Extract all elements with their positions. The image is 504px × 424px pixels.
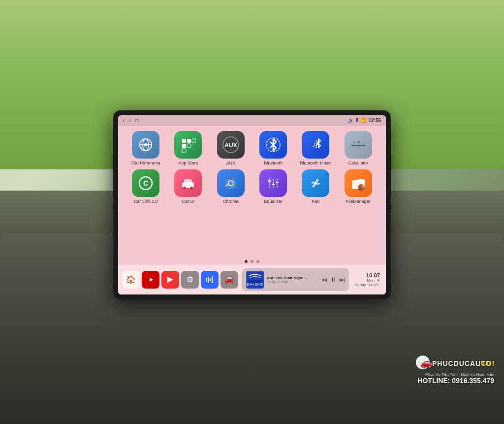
nav-controls: ‹ ○ □ bbox=[123, 118, 138, 123]
svg-marker-42 bbox=[167, 277, 173, 283]
svg-rect-21 bbox=[184, 179, 192, 184]
prev-button[interactable]: ⏮ bbox=[321, 276, 327, 283]
screen: ‹ ○ □ 🔊 8 📶 12:56 bbox=[118, 115, 386, 294]
svg-point-36 bbox=[314, 182, 317, 185]
status-bar: ‹ ○ □ 🔊 8 📶 12:56 bbox=[118, 115, 386, 126]
app-icon-img-filemanager: 🎤 bbox=[345, 169, 372, 197]
song-title: Anh Trai Vượt Ngàn... bbox=[267, 276, 318, 280]
app-carui[interactable]: Car UI bbox=[168, 169, 208, 204]
svg-rect-46 bbox=[212, 276, 213, 283]
pause-button[interactable]: ⏸ bbox=[330, 276, 336, 283]
svg-text:− ÷: − ÷ bbox=[352, 146, 360, 152]
svg-point-26 bbox=[229, 181, 233, 185]
weather-info: Mon ☀ bbox=[367, 278, 380, 283]
app-icon-img-carui bbox=[174, 169, 202, 197]
svg-rect-45 bbox=[210, 278, 211, 281]
app-label-calculator: Calculator bbox=[348, 161, 369, 166]
svg-text:.COM: .COM bbox=[478, 359, 494, 367]
watermark-hotline: HOTLINE: 0916.355.479 bbox=[415, 377, 494, 385]
app-label-360: 360 Panorama bbox=[131, 161, 160, 166]
svg-rect-35 bbox=[276, 182, 279, 183]
svg-rect-43 bbox=[206, 278, 207, 282]
app-icon-img-360 bbox=[132, 131, 159, 159]
app-calculator[interactable]: + × − ÷ Calculator bbox=[339, 131, 378, 166]
app-appstore[interactable]: App Store bbox=[168, 131, 208, 166]
watermark: 🚗 PHUCDUCAUTO .COM Phục Vụ Tận Tâm · Dịc… bbox=[415, 355, 494, 385]
player-controls: ⏮ ⏸ ⏭ bbox=[321, 276, 345, 283]
app-label-appstore: App Store bbox=[178, 161, 198, 166]
song-info: Anh Trai Vượt Ngàn... YEAH SHOW bbox=[267, 276, 318, 284]
weather-condition: Sunny bbox=[355, 283, 366, 287]
svg-rect-34 bbox=[272, 184, 275, 185]
app-grid: 360 Panorama App Store bbox=[118, 126, 386, 258]
app-icon-img-appstore bbox=[174, 131, 202, 159]
app-icon-img-bluetooth bbox=[259, 131, 287, 159]
svg-rect-9 bbox=[187, 144, 191, 148]
page-dot-3[interactable] bbox=[256, 260, 259, 263]
app-equalizer[interactable]: Equalizer bbox=[253, 169, 293, 204]
app-label-filemanager: FileManager bbox=[346, 199, 371, 204]
music-player: YEAH SHOW Anh Trai Vượt Ngàn... YEAH SHO… bbox=[242, 268, 349, 291]
screen-bezel: ‹ ○ □ 🔊 8 📶 12:56 bbox=[114, 111, 390, 298]
svg-text:🚗: 🚗 bbox=[420, 357, 433, 368]
taskbar: 🏠 ⚙ 🚘 bbox=[118, 265, 386, 294]
play-button[interactable] bbox=[161, 271, 179, 289]
svg-rect-10 bbox=[182, 149, 186, 153]
svg-point-23 bbox=[190, 187, 193, 190]
weather-temp: Sunny 31.0°C bbox=[355, 283, 380, 287]
app-bluetooth[interactable]: Bluetooth bbox=[253, 131, 293, 166]
youtube-button[interactable] bbox=[142, 271, 159, 289]
wifi-icon: 📶 bbox=[360, 118, 366, 123]
watermark-subtitle: Phục Vụ Tận Tâm · Dịch Vụ Hoàn Hảo bbox=[415, 372, 494, 377]
time-display: 12:56 bbox=[368, 118, 381, 123]
app-icon-img-chrome bbox=[217, 169, 245, 197]
app-icon-img-equalizer bbox=[259, 169, 287, 197]
next-button[interactable]: ⏭ bbox=[339, 276, 345, 283]
svg-rect-7 bbox=[192, 139, 196, 143]
status-indicators: 🔊 8 📶 12:56 bbox=[348, 118, 381, 123]
settings-button[interactable]: ⚙ bbox=[181, 271, 199, 289]
weather-time: 10-07 bbox=[366, 272, 380, 278]
page-dots bbox=[118, 258, 386, 265]
svg-point-4 bbox=[144, 143, 147, 146]
svg-point-22 bbox=[183, 187, 186, 190]
app-label-bluetooth: Bluetooth bbox=[264, 161, 283, 166]
app-360panorama[interactable]: 360 Panorama bbox=[126, 131, 165, 166]
volume-icon: 🔊 bbox=[348, 118, 354, 123]
page-dot-2[interactable] bbox=[251, 260, 253, 263]
car-mode-button[interactable]: 🚘 bbox=[220, 271, 238, 289]
app-label-carlink: Car Link 2.0 bbox=[134, 199, 158, 204]
svg-rect-5 bbox=[182, 139, 186, 143]
app-label-fan: Fan bbox=[312, 199, 320, 204]
app-label-equalizer: Equalizer bbox=[264, 199, 283, 204]
album-art: YEAH SHOW bbox=[246, 271, 264, 289]
app-label-aux: AUX bbox=[226, 161, 236, 166]
app-icon-img-aux: AUX bbox=[217, 131, 245, 159]
svg-text:C: C bbox=[143, 179, 148, 187]
home-button[interactable]: 🏠 bbox=[122, 271, 140, 289]
app-filemanager[interactable]: 🎤 FileManager bbox=[339, 169, 378, 204]
svg-rect-33 bbox=[268, 180, 271, 182]
svg-text:AUX: AUX bbox=[224, 142, 237, 149]
app-chrome[interactable]: Chrome bbox=[211, 169, 251, 204]
app-aux[interactable]: AUX AUX bbox=[211, 131, 251, 166]
recent-button[interactable]: □ bbox=[135, 118, 138, 123]
svg-text:+ ×: + × bbox=[352, 139, 360, 145]
watermark-logo: 🚗 PHUCDUCAUTO .COM bbox=[415, 355, 494, 372]
music-eq-button[interactable] bbox=[201, 271, 219, 289]
page-dot-1[interactable] bbox=[245, 260, 248, 263]
app-icon-img-calculator: + × − ÷ bbox=[345, 131, 372, 159]
weather-widget: 10-07 Mon ☀ Sunny 31.0°C bbox=[353, 271, 382, 288]
back-button[interactable]: ‹ bbox=[123, 118, 125, 123]
weather-temperature: 31.0°C bbox=[368, 283, 380, 287]
svg-rect-8 bbox=[182, 144, 186, 148]
app-label-carui: Car UI bbox=[182, 199, 194, 204]
app-carlink[interactable]: C Car Link 2.0 bbox=[126, 169, 165, 204]
app-fan[interactable]: Fan bbox=[296, 169, 335, 204]
svg-rect-6 bbox=[187, 139, 191, 143]
app-btmusic[interactable]: ♫ Bluetooth Music bbox=[296, 131, 335, 166]
home-nav-button[interactable]: ○ bbox=[128, 118, 131, 123]
song-source: YEAH SHOW bbox=[267, 280, 318, 284]
app-label-btmusic: Bluetooth Music bbox=[300, 161, 331, 166]
app-label-chrome: Chrome bbox=[223, 199, 239, 204]
